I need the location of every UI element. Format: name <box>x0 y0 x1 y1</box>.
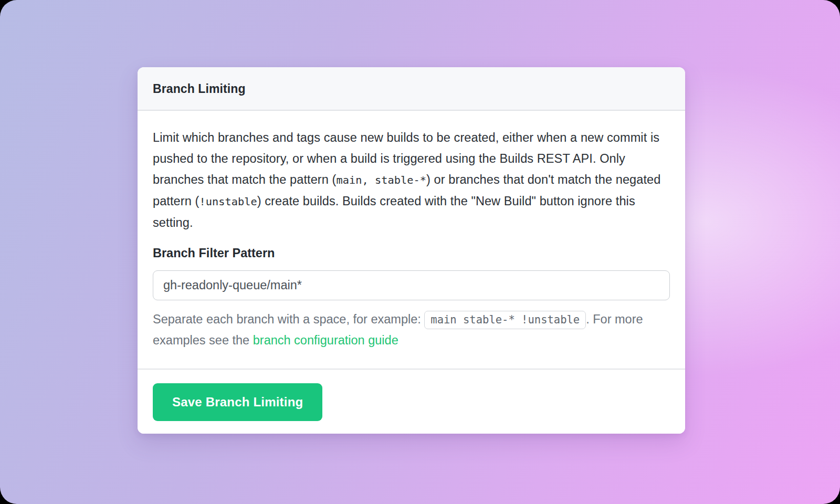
card-footer: Save Branch Limiting <box>138 369 685 434</box>
card-header: Branch Limiting <box>138 67 685 111</box>
branch-filter-pattern-input[interactable] <box>153 270 670 300</box>
card-body: Limit which branches and tags cause new … <box>138 111 685 369</box>
description-paragraph: Limit which branches and tags cause new … <box>153 127 670 233</box>
example-pattern-chip: main stable-* !unstable <box>424 311 586 329</box>
help-text-1: Separate each branch with a space, for e… <box>153 312 424 326</box>
description-code-pattern: main, stable-* <box>336 174 426 186</box>
description-code-negated-pattern: !unstable <box>199 195 257 208</box>
branch-filter-pattern-label: Branch Filter Pattern <box>153 246 670 260</box>
save-branch-limiting-button[interactable]: Save Branch Limiting <box>153 383 322 421</box>
desktop-background: Branch Limiting Limit which branches and… <box>0 0 840 504</box>
branch-limiting-card: Branch Limiting Limit which branches and… <box>138 67 685 434</box>
help-text: Separate each branch with a space, for e… <box>153 309 670 351</box>
card-title: Branch Limiting <box>153 82 670 96</box>
branch-configuration-guide-link[interactable]: branch configuration guide <box>253 333 398 347</box>
